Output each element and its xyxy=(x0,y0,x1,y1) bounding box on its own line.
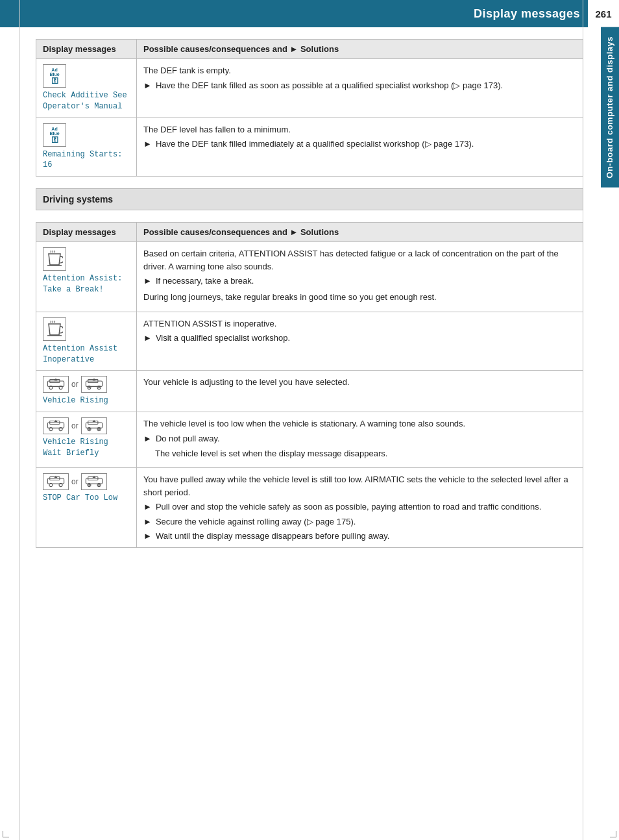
desc-attn1b: During long journeys, take regular break… xyxy=(143,291,576,304)
car-icon-2a xyxy=(43,417,69,434)
table-driving-systems: Driving systems xyxy=(36,188,583,210)
display-cell-attn1: Attention Assist:Take a Break! xyxy=(36,242,137,312)
bullet-arrow-icon: ► xyxy=(143,434,152,443)
bullet-arrow-icon: ► xyxy=(143,80,152,90)
car-icon-1a xyxy=(43,376,69,393)
solution-cell-2: The DEF level has fallen to a minimum. ►… xyxy=(137,117,583,177)
desc-attn1: Based on certain criteria, ATTENTION ASS… xyxy=(143,247,576,273)
corner-bl xyxy=(3,831,9,837)
cup-icon-1 xyxy=(43,247,66,271)
car-svg-up3 xyxy=(45,419,66,432)
icon-area-car2: or xyxy=(43,417,130,434)
bullet-item-vr2: ► Do not pull away. xyxy=(143,433,576,445)
icon-area-2: Ad Blue ⚿ xyxy=(43,123,130,147)
side-tab: On-board computer and displays xyxy=(601,27,619,188)
display-label-vr1: Vehicle Rising xyxy=(43,395,130,406)
main-content: Display messages Possible causes/consequ… xyxy=(0,27,619,571)
svg-point-36 xyxy=(98,484,100,486)
display-label-2: Remaining Starts:16 xyxy=(43,149,130,171)
car-svg-up xyxy=(45,378,66,391)
display-label-1: Check Additive SeeOperator's Manual xyxy=(43,90,130,112)
bullet-text-stop1: Pull over and stop the vehicle safely as… xyxy=(156,501,542,513)
display-cell-2: Ad Blue ⚿ Remaining Starts:16 xyxy=(36,117,137,177)
car-svg-low2 xyxy=(84,475,104,488)
icon-area: Ad Blue ⚿ xyxy=(43,64,130,88)
bullet-arrow-icon: ► xyxy=(143,531,152,541)
car-svg-up4 xyxy=(84,419,104,432)
bullet-item-stop1: ► Pull over and stop the vehicle safely … xyxy=(143,501,576,513)
display-label-attn2: Attention AssistInoperative xyxy=(43,343,130,365)
svg-point-35 xyxy=(88,484,90,486)
table-row: or V xyxy=(36,371,583,412)
bullet-arrow-icon: ► xyxy=(143,276,152,286)
icon-area-car1: or xyxy=(43,376,130,393)
display-label-attn1: Attention Assist:Take a Break! xyxy=(43,273,130,295)
car-svg-low xyxy=(45,475,66,488)
table-row: Ad Blue ⚿ Remaining Starts:16 The DEF le… xyxy=(36,117,583,177)
cup-svg-1 xyxy=(46,251,63,267)
table1-col2-header: Possible causes/consequences and ► Solut… xyxy=(137,40,583,59)
desc-attn2: ATTENTION ASSIST is inoperative. xyxy=(143,317,576,330)
bullet-text-attn1: If necessary, take a break. xyxy=(156,275,254,287)
svg-point-11 xyxy=(88,387,90,389)
display-cell-attn2: Attention AssistInoperative xyxy=(36,312,137,371)
corner-br xyxy=(610,831,616,837)
table-adblue: Display messages Possible causes/consequ… xyxy=(36,39,583,177)
bullet-item-2: ► Have the DEF tank filled immediately a… xyxy=(143,138,576,150)
car-icon-1b xyxy=(81,376,107,393)
bullet-arrow-icon: ► xyxy=(143,502,152,512)
icon-area-car3: or xyxy=(43,473,130,490)
solution-desc-1: The DEF tank is empty. xyxy=(143,64,576,77)
bullet-text-attn2: Visit a qualified specialist workshop. xyxy=(156,332,290,344)
table-row: Attention Assist:Take a Break! Based on … xyxy=(36,242,583,312)
display-label-stop: STOP Car Too Low xyxy=(43,493,130,504)
solution-cell-vr2: The vehicle level is too low when the ve… xyxy=(137,412,583,468)
car-icon-3b xyxy=(81,473,107,490)
bullet-item-stop2: ► Secure the vehicle against rolling awa… xyxy=(143,516,576,528)
desc-vr2: The vehicle level is too low when the ve… xyxy=(143,417,576,430)
desc-vr2b: The vehicle level is set when the displa… xyxy=(155,447,576,460)
header-bar: Display messages 261 xyxy=(0,0,619,27)
bullet-item: ► Have the DEF tank filled as soon as po… xyxy=(143,80,576,92)
bullet-text-stop3: Wait until the display message disappear… xyxy=(156,530,390,542)
desc-vr1: Your vehicle is adjusting to the level y… xyxy=(143,376,576,389)
car-icon-3a xyxy=(43,473,69,490)
header-title: Display messages xyxy=(474,7,580,21)
bullet-text-2: Have the DEF tank filled immediately at … xyxy=(156,138,474,150)
adblue-icon-2: Ad Blue ⚿ xyxy=(43,123,66,147)
svg-point-12 xyxy=(98,387,100,389)
icon-area-cup2 xyxy=(43,317,130,341)
display-cell-vr2: or V xyxy=(36,412,137,468)
bullet-text: Have the DEF tank filled as soon as poss… xyxy=(156,80,503,92)
or-text-3: or xyxy=(71,477,79,486)
bullet-item-attn1: ► If necessary, take a break. xyxy=(143,275,576,287)
solution-cell-attn2: ATTENTION ASSIST is inoperative. ► Visit… xyxy=(137,312,583,371)
solution-cell-1: The DEF tank is empty. ► Have the DEF ta… xyxy=(137,59,583,118)
display-label-vr2: Vehicle RisingWait Briefly xyxy=(43,437,130,459)
table-row: or V xyxy=(36,412,583,468)
svg-point-23 xyxy=(88,428,90,430)
solution-cell-attn1: Based on certain criteria, ATTENTION ASS… xyxy=(137,242,583,312)
table-row: Ad Blue ⚿ Check Additive SeeOperator's M… xyxy=(36,59,583,118)
solution-cell-vr1: Your vehicle is adjusting to the level y… xyxy=(137,371,583,412)
or-text-1: or xyxy=(71,380,79,389)
solution-cell-stop: You have pulled away while the vehicle l… xyxy=(137,468,583,548)
table2-col1-header: Display messages xyxy=(36,223,137,242)
or-text-2: or xyxy=(71,421,79,430)
bullet-arrow-icon-2: ► xyxy=(143,139,152,149)
icon-area-cup1 xyxy=(43,247,130,271)
display-cell-1: Ad Blue ⚿ Check Additive SeeOperator's M… xyxy=(36,59,137,118)
table-row: or S xyxy=(36,468,583,548)
section-header-cell: Driving systems xyxy=(36,189,583,210)
cup-icon-2 xyxy=(43,317,66,341)
bullet-arrow-icon: ► xyxy=(143,517,152,526)
car-svg-up2 xyxy=(84,378,104,391)
bullet-arrow-icon: ► xyxy=(143,333,152,343)
desc-stop1: You have pulled away while the vehicle l… xyxy=(143,473,576,499)
table-driving: Display messages Possible causes/consequ… xyxy=(36,222,583,548)
display-cell-vr1: or V xyxy=(36,371,137,412)
car-icon-2b xyxy=(81,417,107,434)
solution-desc-2: The DEF level has fallen to a minimum. xyxy=(143,123,576,136)
display-cell-stop: or S xyxy=(36,468,137,548)
page-number: 261 xyxy=(587,0,619,27)
